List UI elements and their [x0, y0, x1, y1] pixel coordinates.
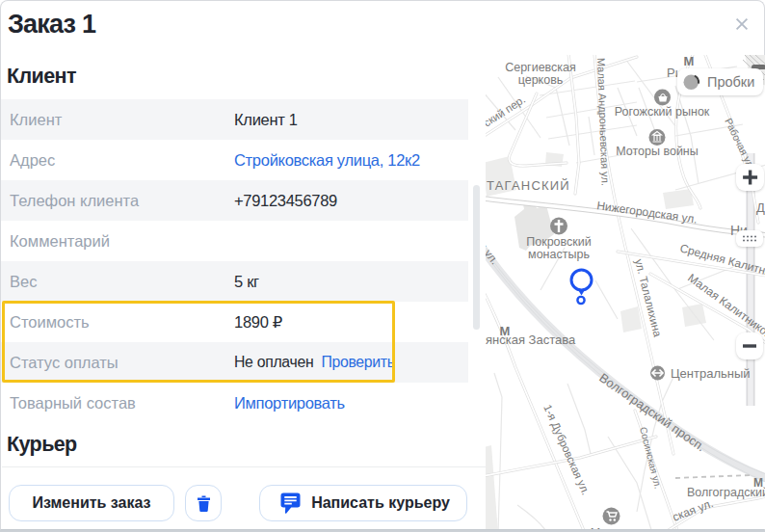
svg-text:Сергиевская: Сергиевская — [505, 61, 576, 74]
svg-text:монастырь: монастырь — [528, 248, 590, 261]
svg-text:Пробки: Пробки — [707, 74, 754, 90]
svg-text:церковь: церковь — [518, 73, 564, 87]
svg-text:янская Застава: янская Застава — [486, 332, 576, 347]
svg-text:М: М — [684, 55, 695, 68]
svg-text:ТАГАНСКИЙ: ТАГАНСКИЙ — [487, 178, 570, 193]
svg-text:Москва: Москва — [591, 526, 632, 529]
svg-text:Д: Д — [756, 200, 765, 215]
svg-text:Волгоградский: Волгоградский — [687, 486, 765, 499]
svg-text:Моторы войны: Моторы войны — [616, 145, 699, 158]
svg-text:Покровский: Покровский — [526, 235, 592, 249]
svg-text:Центральный: Центральный — [671, 366, 751, 381]
svg-text:Рогожский рынок: Рогожский рынок — [615, 105, 710, 119]
